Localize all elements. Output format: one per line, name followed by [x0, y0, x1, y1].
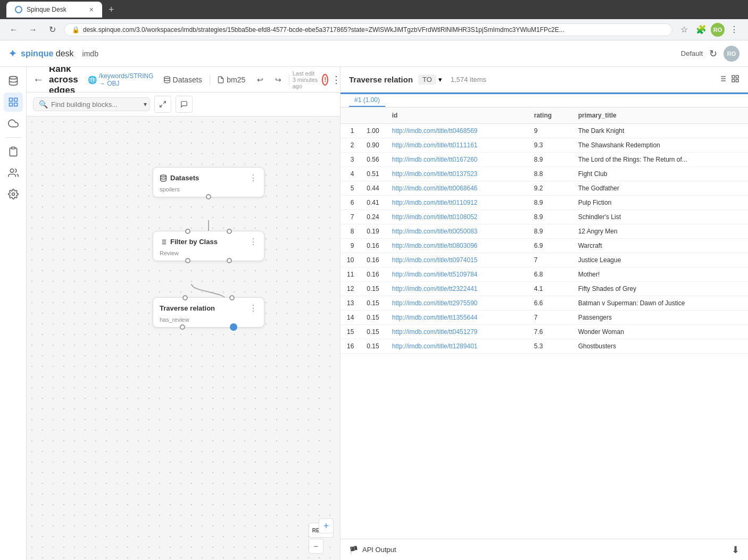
table-row[interactable]: 5 0.44 http://imdb.com/title/tt0068646 9… — [340, 181, 748, 196]
search-dropdown-icon[interactable]: ▾ — [144, 101, 147, 108]
filter-node[interactable]: Filter by Class ⋮ Review — [153, 231, 264, 261]
browser-user-avatar[interactable]: RO — [711, 23, 725, 37]
traverse-node-menu[interactable]: ⋮ — [249, 303, 257, 313]
zoom-out-button[interactable]: − — [309, 539, 323, 554]
table-row[interactable]: 16 0.15 http://imdb.com/title/tt1289401 … — [340, 339, 748, 354]
redo-button[interactable]: ↪ — [271, 73, 286, 86]
cell-title: The Dark Knight — [572, 124, 748, 138]
table-row[interactable]: 12 0.15 http://imdb.com/title/tt2322441 … — [340, 282, 748, 296]
tab-close-button[interactable]: × — [89, 5, 94, 14]
cell-rank: 13 — [340, 296, 360, 311]
forward-button[interactable]: → — [26, 22, 40, 37]
traverse-node[interactable]: Traverse relation ⋮ has_review — [153, 297, 264, 328]
expand-button[interactable] — [154, 96, 171, 113]
table-row[interactable]: 15 0.15 http://imdb.com/title/tt0451279 … — [340, 325, 748, 339]
filter-output-port-left[interactable] — [185, 258, 190, 263]
menu-button[interactable]: ⋮ — [727, 22, 742, 37]
undo-button[interactable]: ↩ — [253, 73, 268, 86]
svg-point-7 — [10, 169, 14, 173]
sidebar-icon-strategy[interactable] — [4, 93, 23, 112]
address-bar[interactable]: 🔒 desk.spinque.com/3.0/workspaces/imdb/s… — [64, 23, 672, 36]
cell-rank: 15 — [340, 325, 360, 339]
cell-title: Batman v Superman: Dawn of Justice — [572, 296, 748, 311]
table-row[interactable]: 2 0.90 http://imdb.com/title/tt0111161 9… — [340, 138, 748, 153]
strategy-tag: 🌐 /keywords/STRING → OBJ — [88, 72, 154, 87]
table-row[interactable]: 13 0.15 http://imdb.com/title/tt2975590 … — [340, 296, 748, 311]
cell-rating: 4.1 — [528, 282, 572, 296]
table-row[interactable]: 1 1.00 http://imdb.com/title/tt0468569 9… — [340, 124, 748, 138]
search-input[interactable] — [51, 101, 140, 108]
cell-title: Fight Club — [572, 167, 748, 181]
table-row[interactable]: 11 0.16 http://imdb.com/title/tt5109784 … — [340, 268, 748, 282]
cell-id: http://imdb.com/title/tt0111161 — [386, 138, 528, 153]
cell-id: http://imdb.com/title/tt2322441 — [386, 282, 528, 296]
cell-score: 0.51 — [360, 167, 385, 181]
table-row[interactable]: 4 0.51 http://imdb.com/title/tt0137523 8… — [340, 167, 748, 181]
tab-favicon — [15, 6, 22, 13]
cell-id: http://imdb.com/title/tt0137523 — [386, 167, 528, 181]
table-row[interactable]: 6 0.41 http://imdb.com/title/tt0110912 8… — [340, 196, 748, 210]
filter-input-port-left[interactable] — [185, 229, 190, 234]
traverse-output-port-right[interactable] — [230, 323, 237, 331]
cell-score: 0.15 — [360, 282, 385, 296]
cell-id: http://imdb.com/title/tt0974015 — [386, 253, 528, 268]
svg-rect-4 — [14, 103, 17, 106]
cell-rank: 5 — [340, 181, 360, 196]
filter-node-menu[interactable]: ⋮ — [249, 237, 257, 247]
api-flag-icon: 🏴 — [349, 546, 358, 554]
cell-score: 0.15 — [360, 339, 385, 354]
search-icon: 🔍 — [39, 100, 48, 108]
canvas-area[interactable]: Datasets ⋮ spoilers Filter by Class — [27, 116, 340, 560]
traverse-output-port-left[interactable] — [180, 324, 185, 330]
browser-tab[interactable]: Spinque Desk × — [6, 2, 102, 18]
bm25-button[interactable]: bm25 — [213, 73, 250, 86]
filter-input-port-right[interactable] — [227, 229, 232, 234]
traverse-direction-dropdown[interactable]: TO ▾ — [418, 74, 442, 85]
back-button[interactable]: ← — [6, 22, 21, 37]
chat-button[interactable] — [176, 96, 193, 113]
results-table-container[interactable]: id rating primary_title 1 1.00 http://im… — [340, 107, 748, 539]
datasets-node[interactable]: Datasets ⋮ spoilers — [153, 167, 264, 197]
cell-title: Wonder Woman — [572, 325, 748, 339]
table-row[interactable]: 10 0.16 http://imdb.com/title/tt0974015 … — [340, 253, 748, 268]
table-row[interactable]: 9 0.16 http://imdb.com/title/tt0803096 6… — [340, 239, 748, 253]
main-layout: ← Rank across edges 🌐 /keywords/STRING →… — [0, 67, 748, 560]
svg-rect-27 — [736, 79, 738, 82]
nav-actions: ☆ 🧩 RO ⋮ — [677, 22, 742, 37]
table-row[interactable]: 7 0.24 http://imdb.com/title/tt0108052 8… — [340, 210, 748, 224]
bookmarks-button[interactable]: ☆ — [677, 22, 692, 37]
table-row[interactable]: 8 0.19 http://imdb.com/title/tt0050083 8… — [340, 224, 748, 239]
sidebar-icon-users[interactable] — [4, 163, 23, 182]
sidebar-icon-cloud[interactable] — [4, 114, 23, 133]
traverse-input-port-right[interactable] — [229, 295, 235, 300]
cell-score: 0.15 — [360, 325, 385, 339]
back-button[interactable]: ← — [33, 73, 44, 86]
new-tab-button[interactable]: + — [109, 4, 114, 15]
traverse-input-port-left[interactable] — [182, 295, 188, 300]
sidebar-icon-database[interactable] — [4, 71, 23, 90]
header-refresh-button[interactable]: ↻ — [709, 48, 717, 60]
more-options-button[interactable]: ⋮ — [331, 74, 340, 86]
table-row[interactable]: 3 0.56 http://imdb.com/title/tt0167260 8… — [340, 153, 748, 167]
table-row[interactable]: 14 0.15 http://imdb.com/title/tt1355644 … — [340, 311, 748, 325]
filter-output-port-right[interactable] — [227, 258, 232, 263]
header-user-avatar[interactable]: RO — [724, 46, 739, 62]
col-title: primary_title — [572, 107, 748, 124]
result-tab-active[interactable]: #1 (1.00) — [349, 94, 385, 107]
datasets-button[interactable]: Datasets — [159, 73, 206, 86]
extensions-button[interactable]: 🧩 — [694, 22, 709, 37]
datasets-output-port[interactable] — [206, 194, 211, 199]
api-download-button[interactable]: ⬇ — [732, 544, 739, 556]
results-panel: Traverse relation TO ▾ 1,574 items — [340, 67, 748, 560]
search-box[interactable]: 🔍 ▾ — [33, 97, 150, 111]
sidebar-icon-clipboard[interactable] — [4, 142, 23, 161]
cell-rank: 14 — [340, 311, 360, 325]
reload-button[interactable]: ↻ — [45, 22, 60, 37]
grid-view-button[interactable] — [731, 74, 739, 85]
sidebar-icons — [0, 67, 27, 560]
add-node-button[interactable]: + — [319, 519, 334, 533]
cell-rating: 9 — [528, 124, 572, 138]
datasets-node-menu[interactable]: ⋮ — [249, 173, 257, 183]
sidebar-icon-settings[interactable] — [4, 185, 23, 204]
filter-results-button[interactable] — [718, 74, 727, 85]
